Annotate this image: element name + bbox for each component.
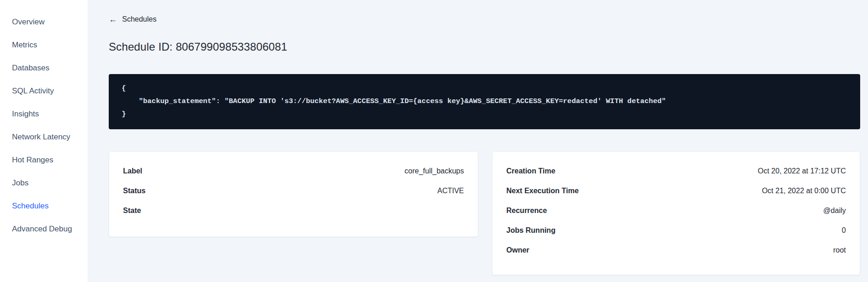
sidebar: Overview Metrics Databases SQL Activity … <box>0 0 88 282</box>
back-link-label: Schedules <box>122 15 157 23</box>
sidebar-item-hot-ranges[interactable]: Hot Ranges <box>0 149 88 172</box>
row-value: Oct 20, 2022 at 17:12 UTC <box>758 167 846 175</box>
sidebar-item-metrics[interactable]: Metrics <box>0 34 88 57</box>
sidebar-item-sql-activity[interactable]: SQL Activity <box>0 80 88 103</box>
back-to-schedules-link[interactable]: ← Schedules <box>109 15 157 23</box>
detail-row-jobs-running: Jobs Running 0 <box>506 225 846 236</box>
back-arrow-icon: ← <box>109 15 117 23</box>
row-label: Owner <box>506 246 529 254</box>
row-value: @daily <box>823 207 846 215</box>
sidebar-item-overview[interactable]: Overview <box>0 11 88 34</box>
row-label: Label <box>123 167 142 175</box>
row-label: Status <box>123 187 146 195</box>
main-content: ← Schedules Schedule ID: 806799098533806… <box>88 0 868 282</box>
schedule-timing-card: Creation Time Oct 20, 2022 at 17:12 UTC … <box>492 151 860 275</box>
row-label: Creation Time <box>506 167 555 175</box>
row-label: State <box>123 207 141 215</box>
schedule-statement-code-block: { "backup_statement": "BACKUP INTO 's3:/… <box>109 74 860 129</box>
detail-row-creation-time: Creation Time Oct 20, 2022 at 17:12 UTC <box>506 166 846 177</box>
detail-row-next-execution-time: Next Execution Time Oct 21, 2022 at 0:00… <box>506 185 846 196</box>
code-line: "backup_statement": "BACKUP INTO 's3://b… <box>122 95 847 108</box>
row-value: core_full_backups <box>405 167 464 175</box>
code-line: { <box>122 82 847 95</box>
sidebar-item-network-latency[interactable]: Network Latency <box>0 126 88 149</box>
sidebar-item-schedules[interactable]: Schedules <box>0 195 88 218</box>
schedule-details-page: Overview Metrics Databases SQL Activity … <box>0 0 868 282</box>
row-value: Oct 21, 2022 at 0:00 UTC <box>762 187 846 195</box>
sidebar-item-databases[interactable]: Databases <box>0 57 88 80</box>
row-label: Jobs Running <box>506 226 556 235</box>
row-value: 0 <box>842 226 846 235</box>
row-value: ACTIVE <box>437 187 464 195</box>
sidebar-item-insights[interactable]: Insights <box>0 103 88 126</box>
row-label: Recurrence <box>506 207 547 215</box>
sidebar-item-jobs[interactable]: Jobs <box>0 172 88 195</box>
page-title: Schedule ID: 806799098533806081 <box>109 40 860 53</box>
detail-row-recurrence: Recurrence @daily <box>506 205 846 216</box>
detail-row-state: State <box>123 205 464 216</box>
detail-row-label: Label core_full_backups <box>123 166 464 177</box>
detail-cards: Label core_full_backups Status ACTIVE St… <box>109 151 860 275</box>
detail-row-status: Status ACTIVE <box>123 185 464 196</box>
sidebar-item-advanced-debug[interactable]: Advanced Debug <box>0 218 88 241</box>
code-line: } <box>122 108 847 121</box>
row-value: root <box>833 246 846 254</box>
detail-row-owner: Owner root <box>506 245 846 256</box>
row-label: Next Execution Time <box>506 187 579 195</box>
schedule-summary-card: Label core_full_backups Status ACTIVE St… <box>109 151 478 237</box>
